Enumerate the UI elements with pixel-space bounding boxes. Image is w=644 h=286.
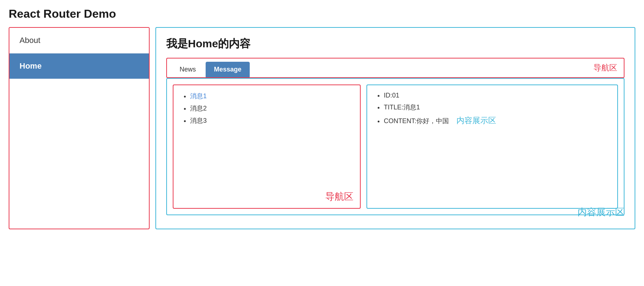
tab-message[interactable]: Message [206,62,250,77]
message-item-3: 消息3 [190,116,352,125]
message-content-wrapper: 消息1 消息2 消息3 导航区 ID:01 [166,78,624,215]
detail-inner-label: 内容展示区 [456,116,496,125]
detail-id: ID:01 [384,92,609,99]
main-layout: About Home 我是Home的内容 News Message 导航区 [9,27,635,229]
sidebar: About Home [9,27,150,229]
message-item-1: 消息1 [190,92,352,100]
sidebar-item-home[interactable]: Home [9,53,149,79]
detail-list: ID:01 TITLE:消息1 CONTENT:你好，中国 内容展示区 [375,92,609,126]
message-item-2: 消息2 [190,104,352,113]
tabs-nav-label: 导航区 [593,62,617,73]
detail-content: CONTENT:你好，中国 内容展示区 [384,115,609,126]
tabs-nav-container: News Message 导航区 [166,58,624,78]
page-title: React Router Demo [9,7,635,21]
sidebar-home-label: Home [20,61,42,70]
home-content-title: 我是Home的内容 [166,36,624,51]
message-text-2: 消息2 [190,105,207,112]
sidebar-item-about[interactable]: About [9,28,149,53]
tabs-nav-inner: News Message [167,58,624,77]
message-nav-label: 导航区 [325,190,353,203]
detail-title: TITLE:消息1 [384,103,609,112]
detail-section: ID:01 TITLE:消息1 CONTENT:你好，中国 内容展示区 [361,79,624,214]
detail-box: ID:01 TITLE:消息1 CONTENT:你好，中国 内容展示区 [366,84,618,209]
content-area: 我是Home的内容 News Message 导航区 消息1 [155,27,635,229]
message-link-1[interactable]: 消息1 [190,92,207,100]
sidebar-about-label: About [20,36,40,45]
message-list: 消息1 消息2 消息3 [181,92,352,125]
tab-news[interactable]: News [171,62,204,77]
message-nav-section: 消息1 消息2 消息3 导航区 [173,84,361,209]
sidebar-nav: About Home [9,28,149,79]
message-text-3: 消息3 [190,117,207,124]
outer-content-label: 内容展示区 [578,206,624,218]
